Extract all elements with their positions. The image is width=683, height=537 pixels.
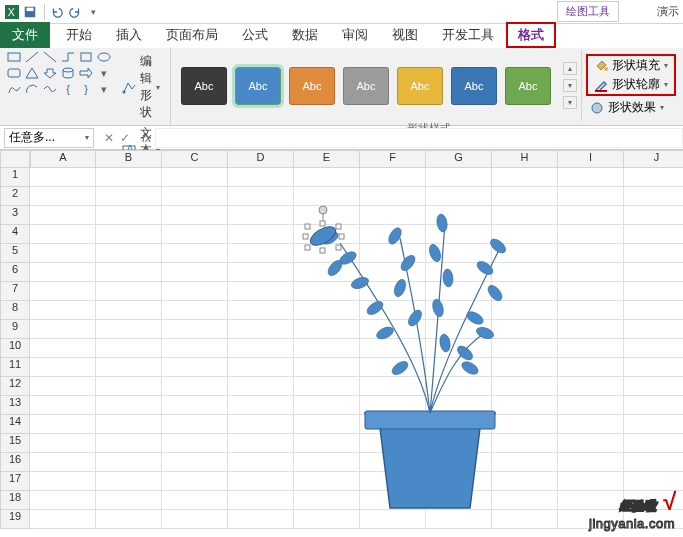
cell[interactable] (228, 377, 294, 396)
cell[interactable] (30, 301, 96, 320)
cell[interactable] (162, 168, 228, 187)
cell[interactable] (360, 168, 426, 187)
shape-outline-button[interactable]: 形状轮廓 ▾ (590, 75, 672, 94)
cell[interactable] (162, 244, 228, 263)
tab-home[interactable]: 开始 (54, 22, 104, 48)
undo-icon[interactable] (49, 4, 65, 20)
shape-line2-icon[interactable] (42, 50, 58, 64)
cell[interactable] (624, 263, 683, 282)
formula-input[interactable] (155, 128, 683, 148)
cell[interactable] (558, 415, 624, 434)
style-swatch-orange[interactable]: Abc (289, 67, 335, 105)
cell[interactable] (162, 453, 228, 472)
cell[interactable] (30, 415, 96, 434)
cell[interactable] (624, 434, 683, 453)
col-head[interactable]: I (558, 150, 624, 168)
cell[interactable] (558, 377, 624, 396)
tab-review[interactable]: 审阅 (330, 22, 380, 48)
cell[interactable] (426, 491, 492, 510)
row-head[interactable]: 7 (0, 282, 30, 301)
cell[interactable] (30, 377, 96, 396)
cell[interactable] (162, 225, 228, 244)
cell[interactable] (624, 396, 683, 415)
cell[interactable] (558, 396, 624, 415)
cell[interactable] (96, 282, 162, 301)
cell[interactable] (492, 339, 558, 358)
cell[interactable] (228, 415, 294, 434)
cell[interactable] (228, 434, 294, 453)
cell[interactable] (360, 225, 426, 244)
cell[interactable] (360, 358, 426, 377)
cell[interactable] (294, 282, 360, 301)
cell[interactable] (492, 206, 558, 225)
cell[interactable] (294, 434, 360, 453)
shape-rrect-icon[interactable] (6, 66, 22, 80)
shape-oval-icon[interactable] (96, 50, 112, 64)
tab-format[interactable]: 格式 (506, 22, 556, 48)
cell[interactable] (162, 206, 228, 225)
column-headers[interactable]: ABCDEFGHIJ (30, 150, 683, 168)
cell[interactable] (492, 434, 558, 453)
cell[interactable] (426, 206, 492, 225)
name-box[interactable]: 任意多... ▾ (4, 128, 94, 148)
cell[interactable] (294, 491, 360, 510)
cell[interactable] (558, 263, 624, 282)
tab-developer[interactable]: 开发工具 (430, 22, 506, 48)
cell[interactable] (96, 472, 162, 491)
row-head[interactable]: 17 (0, 472, 30, 491)
cell[interactable] (30, 263, 96, 282)
cell[interactable] (558, 282, 624, 301)
enter-icon[interactable]: ✓ (120, 131, 130, 145)
row-head[interactable]: 8 (0, 301, 30, 320)
context-tab-drawing-tools[interactable]: 绘图工具 (557, 1, 619, 22)
cell[interactable] (492, 301, 558, 320)
col-head[interactable]: F (360, 150, 426, 168)
cell[interactable] (558, 244, 624, 263)
row-head[interactable]: 13 (0, 396, 30, 415)
cell[interactable] (360, 301, 426, 320)
cell[interactable] (624, 320, 683, 339)
shape-arc-icon[interactable] (24, 82, 40, 96)
cell[interactable] (162, 510, 228, 529)
style-gallery-scroll[interactable]: ▴▾▾ (563, 62, 577, 109)
cell[interactable] (426, 282, 492, 301)
shape-arrow-icon[interactable] (78, 66, 94, 80)
col-head[interactable]: B (96, 150, 162, 168)
cell[interactable] (30, 453, 96, 472)
cell[interactable] (426, 168, 492, 187)
cell[interactable] (96, 339, 162, 358)
row-head[interactable]: 3 (0, 206, 30, 225)
cell[interactable] (294, 244, 360, 263)
cell[interactable] (30, 320, 96, 339)
cell[interactable] (360, 396, 426, 415)
cell[interactable] (228, 472, 294, 491)
cell[interactable] (624, 244, 683, 263)
cell[interactable] (96, 263, 162, 282)
cell[interactable] (426, 453, 492, 472)
shape-line-icon[interactable] (24, 50, 40, 64)
cell[interactable] (162, 472, 228, 491)
cell[interactable] (294, 415, 360, 434)
cell[interactable] (30, 225, 96, 244)
cell[interactable] (426, 320, 492, 339)
cell[interactable] (30, 434, 96, 453)
cell[interactable] (228, 187, 294, 206)
cell[interactable] (558, 301, 624, 320)
gallery-expand-icon[interactable]: ▾ (563, 96, 577, 109)
shape-more-caret-icon[interactable]: ▾ (96, 66, 112, 80)
cell[interactable] (294, 301, 360, 320)
cell[interactable] (30, 282, 96, 301)
cell[interactable] (360, 510, 426, 529)
cell[interactable] (162, 491, 228, 510)
shape-fill-button[interactable]: 形状填充 ▾ (590, 56, 672, 75)
cell[interactable] (492, 168, 558, 187)
row-headers[interactable]: 12345678910111213141516171819 (0, 168, 30, 529)
cell[interactable] (96, 301, 162, 320)
cell[interactable] (96, 453, 162, 472)
cell[interactable] (294, 510, 360, 529)
name-box-caret-icon[interactable]: ▾ (85, 133, 89, 142)
cell[interactable] (624, 453, 683, 472)
cell[interactable] (426, 434, 492, 453)
shape-brace-l-icon[interactable]: { (60, 82, 76, 96)
shape-freeform-icon[interactable] (6, 82, 22, 96)
